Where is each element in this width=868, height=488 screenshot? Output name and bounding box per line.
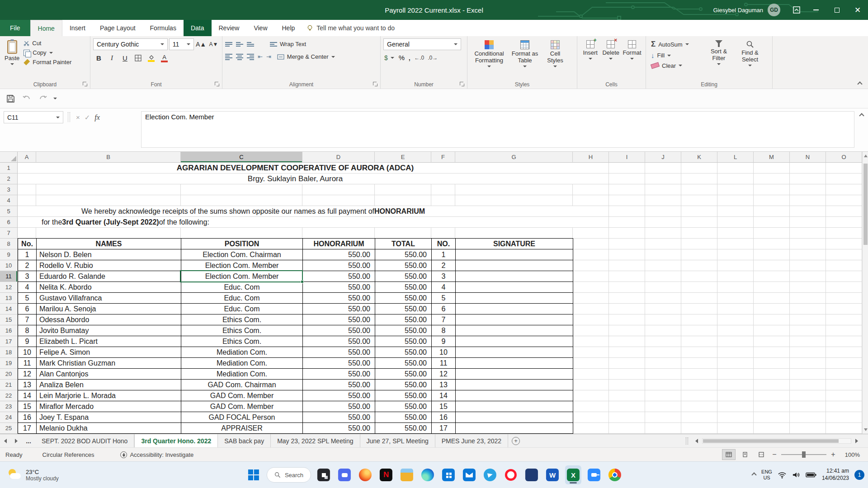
ribbon-tab-formulas[interactable]: Formulas (143, 20, 184, 36)
cell[interactable] (456, 401, 573, 412)
cell[interactable] (456, 293, 573, 304)
font-size-select[interactable]: 11 (169, 38, 194, 50)
cell[interactable]: Mediation Com. (181, 347, 303, 358)
cell[interactable]: Analiza Belen (37, 380, 181, 390)
column-header-F[interactable]: F (431, 152, 455, 163)
cancel-icon[interactable]: × (76, 113, 80, 121)
sheet-tab[interactable]: PMES June 23, 2022 (435, 434, 508, 447)
cell[interactable]: GAD Com. Chairman (181, 380, 303, 390)
scroll-up-icon[interactable] (864, 155, 868, 157)
cell[interactable]: Gustavo Villafranca (37, 293, 181, 304)
cell[interactable]: 550.00 (375, 358, 432, 369)
cell[interactable]: 4 (18, 282, 37, 293)
font-dialog-launcher[interactable] (215, 82, 220, 87)
horizontal-scroll-thumb[interactable] (703, 439, 839, 443)
cell[interactable]: 15 (18, 401, 37, 412)
row-header-14[interactable]: 14 (0, 304, 18, 314)
zoom-level[interactable]: 100% (840, 451, 860, 458)
cell[interactable]: 550.00 (303, 358, 375, 369)
customize-qat-icon[interactable] (53, 98, 57, 99)
cell[interactable]: Election Com. Member (181, 260, 303, 271)
cell[interactable]: 550.00 (375, 401, 432, 412)
row-header-4[interactable]: 4 (0, 195, 18, 206)
cell[interactable]: 550.00 (303, 293, 375, 304)
cell[interactable] (456, 369, 573, 380)
maximize-button[interactable] (826, 0, 847, 20)
hscroll-track[interactable] (702, 438, 851, 444)
cell[interactable] (456, 314, 573, 325)
sheet-tab[interactable]: June 27, SPL Meeting (360, 434, 435, 447)
cell[interactable]: Educ. Com (181, 293, 303, 304)
format-painter-button[interactable]: Format Painter (21, 57, 74, 67)
row-header-24[interactable]: 24 (0, 412, 18, 423)
cell[interactable]: 2 (432, 260, 456, 271)
notification-badge[interactable]: 1 (854, 470, 864, 480)
cell[interactable]: 13 (18, 380, 37, 390)
cell[interactable]: 17 (18, 423, 37, 434)
cell[interactable]: 550.00 (375, 293, 432, 304)
ribbon-display-options-icon[interactable] (788, 0, 806, 20)
column-header-N[interactable]: N (790, 152, 826, 163)
cell[interactable]: 9 (432, 336, 456, 347)
delete-cells-button[interactable]: × Delete (600, 38, 621, 60)
ribbon-tab-data[interactable]: Data (184, 20, 212, 36)
cell[interactable]: 550.00 (303, 282, 375, 293)
zoom-in-button[interactable]: + (830, 450, 836, 459)
cell[interactable]: Miraflor Mercado (37, 401, 181, 412)
taskbar-app-microsoft-store[interactable] (440, 465, 457, 484)
cell[interactable]: 550.00 (375, 412, 432, 423)
fill-color-button[interactable] (146, 52, 157, 64)
column-title[interactable]: No. (18, 239, 37, 249)
taskbar-app-edge[interactable] (420, 465, 436, 484)
decrease-indent-icon[interactable]: ⇤ (258, 53, 263, 60)
align-left-icon[interactable] (225, 54, 232, 60)
tab-scroll-divider[interactable] (686, 437, 688, 445)
cell[interactable]: Eduardo R. Galande (37, 271, 181, 282)
cell[interactable]: 550.00 (303, 271, 375, 282)
copy-button[interactable]: Copy (21, 48, 74, 57)
cell[interactable]: 550.00 (303, 390, 375, 401)
align-middle-icon[interactable] (236, 42, 243, 47)
fill-handle[interactable] (301, 280, 304, 283)
increase-decimal-button[interactable]: ←.0 (414, 55, 424, 61)
cell[interactable]: 550.00 (375, 271, 432, 282)
cell[interactable]: Ethics Com. (181, 314, 303, 325)
format-cells-button[interactable]: Format (621, 38, 643, 60)
row-header-20[interactable]: 20 (0, 369, 18, 380)
scroll-down-icon[interactable] (864, 428, 868, 431)
volume-icon[interactable] (792, 471, 800, 479)
row-header-6[interactable]: 6 (0, 217, 18, 228)
row-header-23[interactable]: 23 (0, 401, 18, 412)
cell[interactable]: Rodello V. Rubio (37, 260, 181, 271)
view-page-break-button[interactable] (755, 450, 768, 460)
cell[interactable]: Ethics Com. (181, 336, 303, 347)
cell[interactable]: 10 (432, 347, 456, 358)
cell[interactable]: 550.00 (303, 369, 375, 380)
row-header-1[interactable]: 1 (0, 163, 18, 174)
column-title[interactable]: HONORARIUM (303, 239, 375, 249)
cell[interactable]: Joey T. Espana (37, 412, 181, 423)
align-right-icon[interactable] (247, 54, 254, 60)
cell[interactable]: 550.00 (375, 249, 432, 260)
taskbar-app-dark-blue-app[interactable] (524, 465, 540, 484)
fill-button[interactable]: ↓ Fill (649, 50, 702, 61)
ribbon-tab-review[interactable]: Review (212, 20, 247, 36)
select-all-corner[interactable] (0, 152, 18, 163)
row-header-13[interactable]: 13 (0, 293, 18, 304)
cell[interactable] (456, 260, 573, 271)
cell[interactable]: 550.00 (375, 380, 432, 390)
cell[interactable]: 550.00 (303, 260, 375, 271)
cell[interactable]: Odessa Abordo (37, 314, 181, 325)
cell[interactable]: 550.00 (375, 282, 432, 293)
taskbar-app-telegram[interactable] (482, 465, 498, 484)
row-header-17[interactable]: 17 (0, 336, 18, 347)
cell[interactable]: 6 (432, 304, 456, 314)
row-header-7[interactable]: 7 (0, 228, 18, 239)
cell[interactable]: 550.00 (375, 304, 432, 314)
cell[interactable]: 550.00 (303, 249, 375, 260)
sheet-tab[interactable]: May 23, 2022 SPL Meeting (271, 434, 360, 447)
cell-styles-button[interactable]: Cell Styles (542, 38, 569, 67)
row-header-8[interactable]: 8 (0, 239, 18, 249)
column-title[interactable]: POSITION (181, 239, 303, 249)
weather-widget[interactable]: 23°C Mostly cloudy (3, 462, 63, 488)
